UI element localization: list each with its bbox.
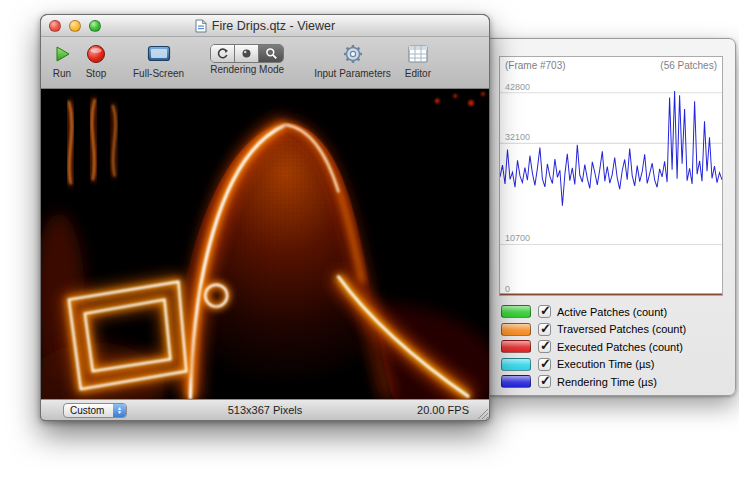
stop-button[interactable]: Stop <box>85 41 107 79</box>
legend-checkbox[interactable] <box>538 305 551 318</box>
fullscreen-icon <box>146 43 172 65</box>
legend-checkbox[interactable] <box>538 323 551 336</box>
svg-text:42800: 42800 <box>505 82 530 92</box>
viewer-window: Fire Drips.qtz - Viewer Run <box>40 14 490 421</box>
legend-checkbox[interactable] <box>538 375 551 388</box>
close-button[interactable] <box>49 20 61 32</box>
fps-counter: 20.00 FPS <box>417 404 469 416</box>
traffic-lights <box>49 20 101 32</box>
svg-text:32100: 32100 <box>505 132 530 142</box>
legend-row: Execution Time (µs) <box>501 356 725 373</box>
magnifier-icon <box>265 47 278 60</box>
patches-label: (56 Patches) <box>660 60 717 73</box>
legend-label: Execution Time (µs) <box>557 358 654 370</box>
color-swatch <box>501 323 531 336</box>
run-button[interactable]: Run <box>51 41 73 79</box>
profiler-plot: 4280032100107000 <box>500 73 722 295</box>
profiler-chart: (Frame #703) (56 Patches) 42800321001070… <box>499 56 723 296</box>
color-swatch <box>501 340 531 353</box>
legend-label: Rendering Time (µs) <box>557 376 657 388</box>
color-swatch <box>501 358 531 371</box>
legend-checkbox[interactable] <box>538 358 551 371</box>
legend-label: Traversed Patches (count) <box>557 323 686 335</box>
rendering-mode-control: Rendering Mode <box>210 41 284 75</box>
document-icon <box>195 19 207 33</box>
play-icon <box>51 43 73 65</box>
input-parameters-button[interactable]: Input Parameters <box>314 41 391 79</box>
window-title-group: Fire Drips.qtz - Viewer <box>195 19 335 33</box>
legend-row: Active Patches (count) <box>501 303 725 320</box>
editor-grid-icon <box>406 42 430 66</box>
rendering-mode-segmented <box>210 44 284 63</box>
fullscreen-button[interactable]: Full-Screen <box>133 41 184 79</box>
color-swatch <box>501 375 531 388</box>
legend-row: Executed Patches (count) <box>501 338 725 355</box>
minimize-button[interactable] <box>69 20 81 32</box>
editor-button[interactable]: Editor <box>405 41 431 79</box>
sphere-icon <box>240 47 253 60</box>
legend-row: Rendering Time (µs) <box>501 373 725 390</box>
stop-icon <box>85 43 107 65</box>
title-bar[interactable]: Fire Drips.qtz - Viewer <box>41 15 489 37</box>
segment-sphere[interactable] <box>235 45 259 62</box>
profiler-window: (Frame #703) (56 Patches) 42800321001070… <box>484 38 736 396</box>
toolbar: Run Stop F <box>41 37 489 89</box>
render-canvas <box>41 89 489 399</box>
zoom-button[interactable] <box>89 20 101 32</box>
color-swatch <box>501 305 531 318</box>
svg-text:0: 0 <box>505 284 510 294</box>
segment-refresh[interactable] <box>211 45 235 62</box>
refresh-arrow-icon <box>216 47 229 60</box>
legend: Active Patches (count) Traversed Patches… <box>501 303 725 391</box>
resize-grip[interactable] <box>475 406 488 419</box>
segment-magnifier[interactable] <box>259 45 283 62</box>
status-bar: Custom ▲▼ 513x367 Pixels 20.00 FPS <box>41 399 489 420</box>
svg-text:10700: 10700 <box>505 233 530 243</box>
legend-label: Active Patches (count) <box>557 306 667 318</box>
window-title: Fire Drips.qtz - Viewer <box>212 19 335 33</box>
chart-header: (Frame #703) (56 Patches) <box>500 57 722 73</box>
fire-render <box>41 89 489 399</box>
frame-label: (Frame #703) <box>505 60 566 73</box>
legend-row: Traversed Patches (count) <box>501 321 725 338</box>
legend-checkbox[interactable] <box>538 340 551 353</box>
gear-icon <box>341 42 365 66</box>
legend-label: Executed Patches (count) <box>557 341 683 353</box>
